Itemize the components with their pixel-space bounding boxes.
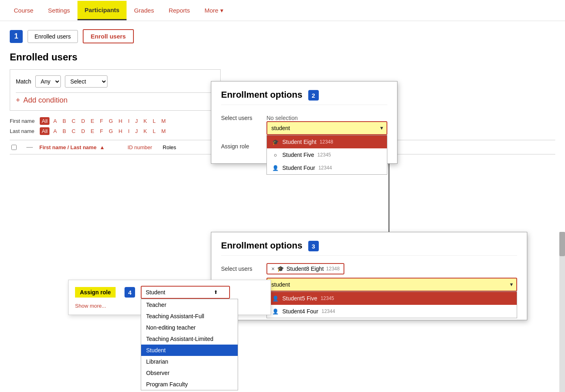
role-dropdown-arrow: ⬆ bbox=[214, 289, 218, 295]
modal-1-title: Enrollment options 2 bbox=[221, 90, 387, 105]
firstname-a-btn[interactable]: A bbox=[51, 117, 59, 125]
filter-divider bbox=[16, 92, 215, 93]
nav-grades[interactable]: Grades bbox=[127, 1, 161, 19]
assign-role-label-1: Assign role bbox=[221, 141, 262, 150]
enroll-users-button-toolbar[interactable]: Enroll users bbox=[83, 29, 134, 43]
student-eight-id: 12348 bbox=[320, 139, 333, 145]
match-label: Match bbox=[16, 78, 31, 85]
student-four-name: Student Four bbox=[282, 165, 315, 171]
firstname-g-btn[interactable]: G bbox=[107, 117, 115, 125]
lastname-c-btn[interactable]: C bbox=[70, 127, 77, 135]
role-teaching-assistant-limited[interactable]: Teaching Assistant-Limited bbox=[141, 333, 238, 345]
lastname-h-btn[interactable]: H bbox=[116, 127, 124, 135]
select-users-content-1: No selection ▼ 🎓 Student Eight 12348 ○ S… bbox=[266, 112, 387, 135]
user-search-input-2[interactable] bbox=[266, 278, 517, 291]
condition-select[interactable]: Select First name Last name bbox=[65, 75, 107, 88]
student-five-name: Student Five bbox=[282, 152, 314, 158]
role-select-box[interactable]: Student ⬆ bbox=[141, 286, 230, 299]
badge-2: 2 bbox=[308, 90, 319, 101]
select-users-label-1: Select users bbox=[221, 112, 262, 121]
result-student4-four[interactable]: 👤 Student4 Four 12344 bbox=[267, 305, 517, 318]
deselect-icon[interactable]: — bbox=[26, 144, 33, 151]
badge-3: 3 bbox=[308, 241, 319, 251]
nav-participants[interactable]: Participants bbox=[77, 1, 127, 20]
assign-role-header: Assign role 4 Student ⬆ Teacher Teaching… bbox=[75, 286, 264, 299]
lastname-l-btn[interactable]: L bbox=[151, 127, 158, 135]
student-eight-name: Student Eight bbox=[282, 139, 316, 145]
student5-five-name: Student5 Five bbox=[282, 295, 317, 302]
modal-2-title: Enrollment options 3 bbox=[221, 240, 517, 256]
assign-role-label-box: Assign role bbox=[75, 287, 116, 298]
remove-user-button[interactable]: × bbox=[271, 266, 275, 272]
role-program-faculty[interactable]: Program Faculty bbox=[141, 379, 238, 390]
lastname-filter-label: Last name bbox=[10, 128, 38, 134]
firstname-filter-label: First name bbox=[10, 118, 38, 124]
student5-five-icon: 👤 bbox=[272, 295, 279, 302]
nav-course[interactable]: Course bbox=[6, 1, 41, 19]
result-student-eight[interactable]: 🎓 Student Eight 12348 bbox=[267, 135, 387, 148]
student-five-icon: ○ bbox=[272, 151, 279, 159]
lastname-all-btn[interactable]: All bbox=[40, 127, 49, 135]
lastname-j-btn[interactable]: J bbox=[133, 127, 140, 135]
student4-four-icon: 👤 bbox=[272, 308, 279, 315]
nav-more[interactable]: More ▾ bbox=[197, 1, 230, 20]
firstname-i-btn[interactable]: I bbox=[126, 117, 132, 125]
role-student[interactable]: Student bbox=[141, 345, 238, 356]
match-select[interactable]: Any All bbox=[35, 75, 61, 88]
lastname-d-btn[interactable]: D bbox=[79, 127, 87, 135]
result-student-five[interactable]: ○ Student Five 12345 bbox=[267, 148, 387, 161]
plus-icon: + bbox=[16, 96, 20, 104]
lastname-m-btn[interactable]: M bbox=[159, 127, 168, 135]
modal-1-select-users-row: Select users No selection ▼ 🎓 Student Ei… bbox=[221, 112, 387, 135]
main-content: 1 Enrolled users Enroll users Enrolled u… bbox=[0, 21, 565, 392]
nav-settings[interactable]: Settings bbox=[41, 1, 77, 19]
select-all-checkbox[interactable] bbox=[11, 145, 17, 150]
nav-reports[interactable]: Reports bbox=[161, 1, 198, 19]
assign-role-section: Assign role 4 Student ⬆ Teacher Teaching… bbox=[68, 280, 271, 315]
lastname-i-btn[interactable]: I bbox=[126, 127, 132, 135]
role-selected-value: Student bbox=[146, 289, 165, 296]
role-non-editing-teacher[interactable]: Non-editing teacher bbox=[141, 322, 238, 333]
firstname-h-btn[interactable]: H bbox=[116, 117, 124, 125]
lastname-b-btn[interactable]: B bbox=[60, 127, 68, 135]
selected-user-name: Student8 Eight bbox=[286, 266, 324, 272]
firstname-c-btn[interactable]: C bbox=[70, 117, 77, 125]
lastname-e-btn[interactable]: E bbox=[89, 127, 97, 135]
firstname-j-btn[interactable]: J bbox=[133, 117, 140, 125]
col-header-id[interactable]: ID number bbox=[127, 144, 152, 150]
enrolled-users-tab-button[interactable]: Enrolled users bbox=[28, 30, 78, 43]
result-student-four[interactable]: 👤 Student Four 12344 bbox=[267, 161, 387, 174]
student4-four-id: 12344 bbox=[322, 308, 335, 314]
firstname-b-btn[interactable]: B bbox=[60, 117, 68, 125]
role-librarian[interactable]: Librarian bbox=[141, 356, 238, 367]
role-observer[interactable]: Observer bbox=[141, 367, 238, 379]
firstname-f-btn[interactable]: F bbox=[98, 117, 105, 125]
firstname-all-btn[interactable]: All bbox=[40, 117, 49, 125]
result-student5-five[interactable]: 👤 Student5 Five 12345 bbox=[267, 292, 517, 305]
firstname-e-btn[interactable]: E bbox=[89, 117, 97, 125]
select-users-content-2: × 🎓 Student8 Eight 12348 ▼ 👤 Student5 Fi… bbox=[266, 263, 517, 291]
no-selection-text: No selection bbox=[266, 112, 387, 121]
firstname-k-btn[interactable]: K bbox=[142, 117, 149, 125]
badge-1: 1 bbox=[10, 30, 23, 43]
role-teaching-assistant-full[interactable]: Teaching Assistant-Full bbox=[141, 311, 238, 322]
student-eight-icon: 🎓 bbox=[272, 138, 279, 146]
filter-box: Match Any All Select First name Last nam… bbox=[10, 69, 221, 111]
lastname-k-btn[interactable]: K bbox=[142, 127, 149, 135]
col-header-name[interactable]: First name / Last name ▲ bbox=[39, 144, 105, 150]
search-box-2: ▼ 👤 Student5 Five 12345 👤 Student4 Four … bbox=[266, 278, 517, 291]
search-results-2: 👤 Student5 Five 12345 👤 Student4 Four 12… bbox=[266, 291, 517, 318]
firstname-m-btn[interactable]: M bbox=[159, 117, 168, 125]
lastname-g-btn[interactable]: G bbox=[107, 127, 115, 135]
user-search-input-1[interactable] bbox=[266, 121, 387, 135]
add-condition-link[interactable]: + Add condition bbox=[16, 96, 215, 105]
firstname-l-btn[interactable]: L bbox=[151, 117, 158, 125]
student5-five-id: 12345 bbox=[320, 296, 334, 301]
scrollbar[interactable] bbox=[559, 232, 565, 392]
col-header-roles[interactable]: Roles bbox=[163, 144, 176, 150]
role-teacher[interactable]: Teacher bbox=[141, 299, 238, 311]
scrollbar-thumb[interactable] bbox=[559, 232, 565, 256]
lastname-f-btn[interactable]: F bbox=[98, 127, 105, 135]
lastname-a-btn[interactable]: A bbox=[51, 127, 59, 135]
firstname-d-btn[interactable]: D bbox=[79, 117, 87, 125]
